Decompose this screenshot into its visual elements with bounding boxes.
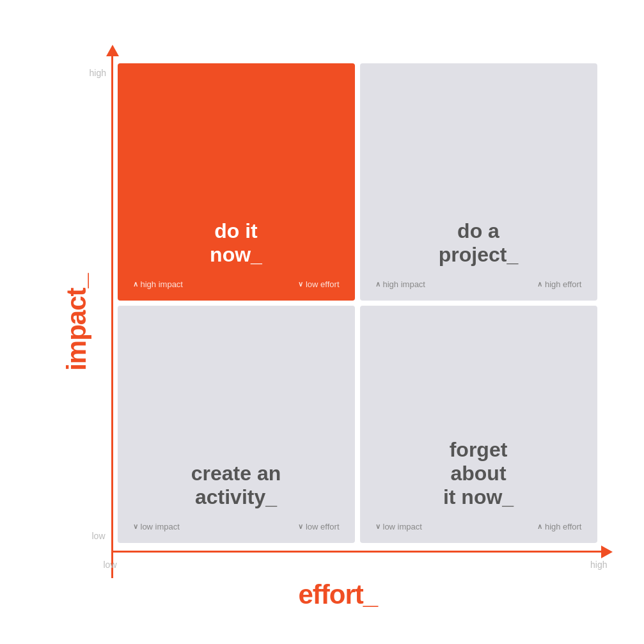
x-axis-low-label: low xyxy=(104,560,117,570)
tag-up-icon-3: ∧ xyxy=(537,280,542,288)
tag-low-effort-3-label: low effort xyxy=(306,522,340,531)
quadrant-grid: do itnow_ ∧ high impact ∨ low effort xyxy=(118,63,597,543)
quadrant-create-activity: create anactivity_ ∨ low impact ∨ low ef… xyxy=(118,306,355,543)
tag-low-impact-3: ∨ low impact xyxy=(133,522,180,531)
tag-high-effort-4-label: high effort xyxy=(545,522,582,531)
quadrant-create-activity-tags: ∨ low impact ∨ low effort xyxy=(133,522,340,531)
quadrant-forget-about-it: forgetaboutit now_ ∨ low impact ∧ high e… xyxy=(360,306,597,543)
tag-down-icon-1: ∨ xyxy=(298,280,303,288)
quadrant-do-a-project: do aproject_ ∧ high impact ∧ high effort xyxy=(360,63,597,301)
quadrant-do-it-now-title: do itnow_ xyxy=(210,219,262,267)
quadrant-do-it-now-tags: ∧ high impact ∨ low effort xyxy=(133,279,340,289)
tag-up-icon-2: ∧ xyxy=(375,280,381,288)
tag-up-icon-1: ∧ xyxy=(133,280,138,288)
x-axis-high-label: high xyxy=(590,560,607,570)
impact-axis-label: impact_ xyxy=(61,274,91,371)
quadrant-do-a-project-tags: ∧ high impact ∧ high effort xyxy=(375,279,582,289)
tag-low-effort-1: ∨ low effort xyxy=(298,279,340,289)
tag-high-effort-4: ∧ high effort xyxy=(537,522,582,531)
tag-down-icon-5: ∨ xyxy=(375,522,381,531)
y-axis-low-label: low xyxy=(92,531,106,541)
tag-high-effort-2-label: high effort xyxy=(545,279,582,289)
tag-up-icon-4: ∧ xyxy=(537,522,542,531)
x-axis xyxy=(111,551,604,553)
tag-down-icon-3: ∨ xyxy=(133,522,138,531)
tag-low-effort-3: ∨ low effort xyxy=(298,522,340,531)
tag-high-impact-2: ∧ high impact xyxy=(375,279,425,289)
quadrant-forget-about-it-title: forgetaboutit now_ xyxy=(443,438,514,508)
impact-effort-matrix: high low low high impact_ effort_ do itn… xyxy=(28,28,617,617)
tag-high-impact-2-label: high impact xyxy=(383,279,425,289)
quadrant-do-it-now: do itnow_ ∧ high impact ∨ low effort xyxy=(118,63,355,301)
tag-down-icon-4: ∨ xyxy=(298,522,303,531)
quadrant-forget-about-it-tags: ∨ low impact ∧ high effort xyxy=(375,522,582,531)
y-axis-high-label: high xyxy=(90,68,106,78)
effort-axis-label: effort_ xyxy=(298,579,377,610)
tag-high-impact-1-label: high impact xyxy=(141,279,183,289)
y-axis xyxy=(111,54,113,578)
tag-low-effort-1-label: low effort xyxy=(306,279,340,289)
quadrant-create-activity-title: create anactivity_ xyxy=(191,462,281,509)
quadrant-do-a-project-title: do aproject_ xyxy=(439,219,518,267)
tag-low-impact-4: ∨ low impact xyxy=(375,522,422,531)
tag-low-impact-3-label: low impact xyxy=(141,522,180,531)
tag-high-effort-2: ∧ high effort xyxy=(537,279,582,289)
tag-low-impact-4-label: low impact xyxy=(383,522,422,531)
tag-high-impact-1: ∧ high impact xyxy=(133,279,183,289)
